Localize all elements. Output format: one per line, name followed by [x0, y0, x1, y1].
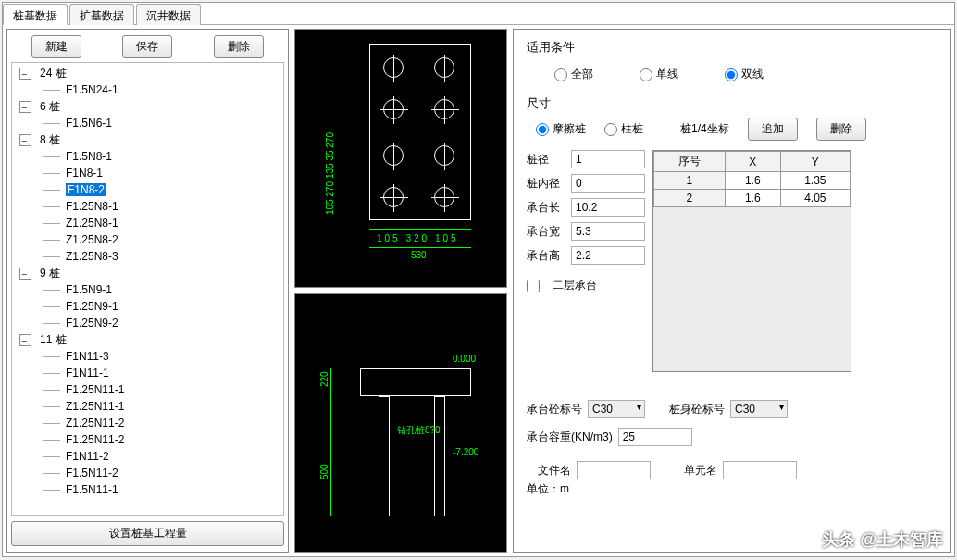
dimensions-title: 尺寸: [527, 95, 937, 112]
tree-leaf-selected[interactable]: F1N8-2: [12, 181, 283, 198]
set-quantity-button[interactable]: 设置桩基工程量: [11, 521, 284, 546]
capwid-label: 承台宽: [527, 224, 564, 240]
diameter-label: 桩径: [527, 152, 564, 168]
unit-input[interactable]: [723, 461, 797, 479]
unit-note: 单位：m: [527, 481, 937, 497]
tree-leaf[interactable]: F1.5N24-1: [12, 81, 283, 98]
radio-all[interactable]: 全部: [554, 67, 593, 82]
tab-pile[interactable]: 桩基数据: [3, 4, 68, 25]
cap-conc-select[interactable]: C30: [588, 400, 645, 418]
tree-leaf[interactable]: F1.25N8-1: [12, 198, 283, 215]
tree-leaf[interactable]: Z1.25N8-3: [12, 248, 283, 265]
tree-leaf[interactable]: F1.5N11-1: [12, 481, 283, 498]
add-coord-button[interactable]: 追加: [748, 118, 798, 141]
inner-input[interactable]: [571, 174, 645, 193]
tree-leaf[interactable]: Z1.25N8-1: [12, 215, 283, 231]
tree-group[interactable]: 6 桩: [12, 98, 283, 115]
radio-friction[interactable]: 摩擦桩: [536, 121, 586, 137]
tree-group[interactable]: 9 桩: [12, 265, 283, 281]
capwid-input[interactable]: [571, 222, 645, 241]
tree-leaf[interactable]: F1.5N6-1: [12, 115, 283, 131]
unit-weight-label: 承台容重(KN/m3): [527, 429, 613, 445]
diagram-panel: 105 270 135 35 270 105 320 105 530 220 5…: [294, 29, 507, 553]
diameter-input[interactable]: [571, 150, 645, 168]
tree-leaf[interactable]: Z1.25N8-2: [12, 231, 283, 248]
caplen-label: 承台长: [527, 200, 564, 216]
toolbar: 新建 保存 删除: [11, 35, 284, 58]
tree-leaf[interactable]: Z1.25N11-2: [12, 415, 283, 431]
unit-weight-input[interactable]: [618, 428, 692, 446]
elevation-view: 220 500 0.000 钻孔桩8?0 -7.200: [294, 293, 507, 553]
file-label: 文件名: [538, 463, 571, 479]
col-y: Y: [780, 152, 850, 172]
tree-leaf[interactable]: F1.5N8-1: [12, 148, 283, 165]
tab-spread[interactable]: 扩基数据: [69, 4, 134, 25]
pile-conc-label: 桩身砼标号: [669, 402, 725, 417]
pile-tree[interactable]: 24 桩 F1.5N24-1 6 桩 F1.5N6-1 8 桩 F1.5N8-1…: [11, 62, 284, 516]
table-row[interactable]: 1 1.6 1.35: [654, 172, 851, 190]
col-x: X: [725, 152, 780, 172]
applicable-radios: 全部 单线 双线: [527, 61, 937, 95]
col-no: 序号: [654, 152, 726, 172]
left-panel: 新建 保存 删除 24 桩 F1.5N24-1 6 桩 F1.5N6-1 8 桩…: [6, 29, 289, 553]
tree-leaf[interactable]: F1N11-1: [12, 365, 283, 381]
table-row[interactable]: 2 1.6 4.05: [654, 190, 851, 207]
tree-group[interactable]: 8 桩: [12, 131, 283, 148]
delete-coord-button[interactable]: 删除: [816, 118, 866, 141]
applicable-title: 适用条件: [527, 39, 937, 56]
radio-column[interactable]: 柱桩: [604, 121, 643, 137]
tab-caisson[interactable]: 沉井数据: [136, 4, 201, 25]
new-button[interactable]: 新建: [31, 35, 81, 58]
tree-leaf[interactable]: F1.25N11-1: [12, 381, 283, 398]
tab-bar: 桩基数据 扩基数据 沉井数据: [3, 3, 954, 25]
two-layer-checkbox[interactable]: [527, 280, 540, 292]
unit-label: 单元名: [684, 463, 717, 479]
tree-leaf[interactable]: F1N11-2: [12, 448, 283, 465]
tree-leaf[interactable]: F1N11-3: [12, 348, 283, 365]
delete-button[interactable]: 删除: [214, 35, 264, 58]
pile-type-row: 摩擦桩 柱桩 桩1/4坐标 追加 删除: [527, 118, 937, 141]
tree-leaf[interactable]: F1N8-1: [12, 165, 283, 181]
cap-conc-label: 承台砼标号: [527, 402, 582, 417]
caphgt-input[interactable]: [571, 246, 645, 265]
two-layer-label: 二层承台: [553, 278, 597, 293]
inner-label: 桩内径: [527, 176, 564, 192]
watermark: 头条 @土木智库: [822, 529, 943, 551]
caphgt-label: 承台高: [527, 248, 564, 264]
tree-leaf[interactable]: Z1.25N11-1: [12, 398, 283, 415]
coord-table[interactable]: 序号 X Y 1 1.6 1.35 2 1.6 4.05: [652, 150, 851, 372]
plan-view: 105 270 135 35 270 105 320 105 530: [294, 29, 507, 288]
save-button[interactable]: 保存: [122, 35, 172, 58]
tree-leaf[interactable]: F1.5N9-1: [12, 281, 283, 298]
radio-double[interactable]: 双线: [725, 67, 764, 82]
tree-group[interactable]: 11 桩: [12, 331, 283, 348]
tree-group[interactable]: 24 桩: [12, 65, 283, 81]
radio-single[interactable]: 单线: [640, 67, 678, 82]
caplen-input[interactable]: [571, 198, 645, 217]
tree-leaf[interactable]: F1.25N9-1: [12, 298, 283, 315]
file-input[interactable]: [577, 461, 651, 479]
pile-conc-select[interactable]: C30: [730, 400, 788, 418]
tree-leaf[interactable]: F1.25N11-2: [12, 431, 283, 448]
coord-label: 桩1/4坐标: [680, 121, 729, 137]
properties-panel: 适用条件 全部 单线 双线 尺寸 摩擦桩 柱桩 桩1/4坐标 追加 删除 桩径 …: [513, 29, 951, 553]
tree-leaf[interactable]: F1.25N9-2: [12, 315, 283, 331]
tree-leaf[interactable]: F1.5N11-2: [12, 465, 283, 481]
